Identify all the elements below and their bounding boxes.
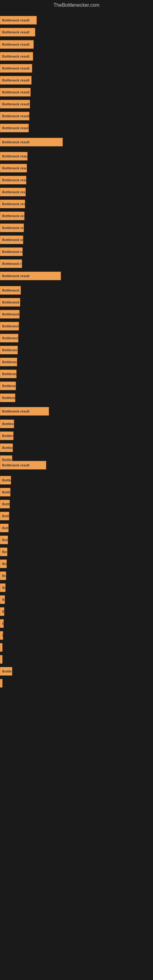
bar-item-10: Bottleneck result	[0, 124, 29, 132]
bar-item-25: Bottleneck result	[0, 310, 19, 318]
bar-item-21: Bottleneck result	[0, 259, 22, 268]
bar-label-2: Bottleneck result	[2, 30, 29, 34]
bar-label-18: Bottleneck result	[2, 226, 24, 230]
bar-label-42: Bottleneck result	[2, 514, 9, 518]
bar-item-46: Bottleneck r	[0, 560, 7, 568]
bar-item-20: Bottleneck result	[0, 247, 22, 256]
bar-label-28: Bottleneck result	[2, 348, 18, 352]
bar-label-43: Bottleneck result	[2, 526, 9, 530]
bar-label-8: Bottleneck result	[2, 102, 29, 106]
bar-item-15: Bottleneck result	[0, 188, 26, 196]
bar-item-18: Bottleneck result	[0, 224, 24, 232]
bar-label-31: Bottleneck result	[2, 384, 16, 388]
bar-item-9: Bottleneck result	[0, 112, 29, 120]
bar-item-28: Bottleneck result	[0, 346, 18, 354]
bar-item-29: Bottleneck result	[0, 358, 17, 366]
bar-item-50: Bottle	[0, 607, 4, 616]
bar-label-47: Bottlenec	[2, 574, 6, 578]
bar-label-19: Bottleneck result	[2, 238, 23, 242]
bar-item-56: n	[0, 679, 2, 687]
bar-item-51: Bott	[0, 619, 4, 628]
bar-label-44: Bottleneck res	[2, 538, 8, 542]
bar-item-33: Bottleneck result	[0, 407, 49, 415]
bar-item-7: Bottleneck result	[0, 88, 30, 97]
bar-item-11: Bottleneck result	[0, 138, 63, 146]
bar-label-51: Bott	[2, 622, 4, 625]
bar-item-31: Bottleneck result	[0, 382, 16, 390]
bar-label-7: Bottleneck result	[2, 90, 29, 94]
bar-label-39: Bottleneck result	[2, 478, 11, 482]
bar-item-13: Bottleneck result	[0, 164, 27, 172]
bar-label-45: Bottleneck re	[2, 550, 7, 554]
chart-container: Bottleneck resultBottleneck resultBottle…	[0, 10, 153, 975]
bar-label-20: Bottleneck result	[2, 250, 22, 254]
bar-label-55: Bottle	[2, 670, 12, 673]
bar-label-9: Bottleneck result	[2, 114, 29, 118]
bar-item-8: Bottleneck result	[0, 100, 30, 108]
bar-label-49: Bottlenec	[2, 598, 5, 601]
bar-label-23: Bottleneck result	[2, 288, 21, 292]
bar-item-55: Bottle	[0, 667, 12, 676]
bar-item-49: Bottlenec	[0, 595, 5, 604]
bar-label-32: Bottleneck result	[2, 396, 15, 400]
bar-label-3: Bottleneck result	[2, 43, 29, 46]
bar-label-14: Bottleneck result	[2, 178, 26, 182]
bar-label-46: Bottleneck r	[2, 562, 7, 566]
bar-item-40: Bottleneck result	[0, 488, 10, 496]
bar-item-54: B	[0, 655, 2, 663]
bar-label-48: Bottlenec	[2, 586, 5, 590]
bar-item-45: Bottleneck re	[0, 547, 7, 556]
bar-label-21: Bottleneck result	[2, 262, 22, 266]
bar-item-6: Bottleneck result	[0, 76, 32, 84]
bar-label-26: Bottleneck result	[2, 324, 19, 328]
bar-item-12: Bottleneck result	[0, 152, 27, 161]
bar-item-32: Bottleneck result	[0, 393, 15, 402]
bar-item-39: Bottleneck result	[0, 476, 11, 485]
bar-label-40: Bottleneck result	[2, 490, 10, 494]
bar-label-33: Bottleneck result	[2, 409, 29, 413]
bar-item-42: Bottleneck result	[0, 512, 9, 520]
bar-label-1: Bottleneck result	[2, 18, 29, 22]
bar-item-17: Bottleneck result	[0, 212, 24, 220]
bar-item-53: B	[0, 643, 2, 652]
bar-item-5: Bottleneck result	[0, 64, 32, 73]
bar-label-11: Bottleneck result	[2, 140, 29, 144]
bar-label-6: Bottleneck result	[2, 78, 29, 82]
bar-label-41: Bottleneck result	[2, 502, 10, 506]
bar-item-27: Bottleneck result	[0, 334, 18, 342]
bar-label-15: Bottleneck result	[2, 190, 26, 194]
bar-item-38: Bottleneck result	[0, 461, 46, 469]
bar-item-16: Bottleneck result	[0, 200, 25, 208]
bar-item-34: Bottleneck result	[0, 420, 14, 428]
site-title: TheBottlenecker.com	[0, 0, 153, 10]
bar-label-50: Bottle	[2, 610, 4, 613]
bar-label-12: Bottleneck result	[2, 154, 27, 158]
bar-item-14: Bottleneck result	[0, 176, 26, 185]
bar-label-34: Bottleneck result	[2, 422, 14, 426]
bar-label-36: Bottleneck result	[2, 446, 13, 450]
bar-label-13: Bottleneck result	[2, 166, 27, 170]
bar-item-22: Bottleneck result	[0, 272, 61, 280]
bar-label-24: Bottleneck result	[2, 301, 20, 304]
bar-label-30: Bottleneck result	[2, 372, 16, 376]
bar-item-4: Bottleneck result	[0, 52, 33, 60]
bar-item-19: Bottleneck result	[0, 235, 23, 244]
bar-label-16: Bottleneck result	[2, 202, 25, 206]
bar-item-36: Bottleneck result	[0, 444, 13, 452]
bar-item-1: Bottleneck result	[0, 16, 37, 24]
bar-label-35: Bottleneck result	[2, 434, 13, 438]
bar-label-4: Bottleneck result	[2, 54, 29, 58]
bar-item-44: Bottleneck res	[0, 536, 8, 544]
bar-item-48: Bottlenec	[0, 584, 5, 592]
bar-item-24: Bottleneck result	[0, 298, 20, 307]
bar-item-52: B	[0, 631, 3, 640]
bar-item-23: Bottleneck result	[0, 286, 21, 294]
bar-item-3: Bottleneck result	[0, 40, 33, 49]
bar-label-29: Bottleneck result	[2, 360, 17, 364]
bar-label-38: Bottleneck result	[2, 463, 29, 467]
bar-item-35: Bottleneck result	[0, 431, 13, 440]
bar-item-47: Bottlenec	[0, 571, 6, 580]
bar-label-10: Bottleneck result	[2, 126, 29, 130]
bar-label-52: B	[2, 634, 3, 637]
bar-label-5: Bottleneck result	[2, 67, 29, 70]
